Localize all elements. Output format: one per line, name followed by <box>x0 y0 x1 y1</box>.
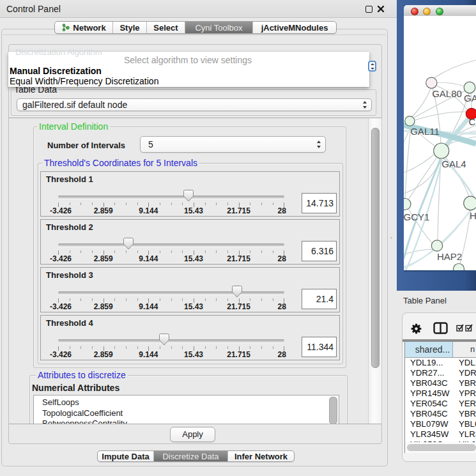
svg-text:GAL4: GAL4 <box>441 158 466 169</box>
svg-text:GAL11: GAL11 <box>410 126 440 137</box>
svg-text:H: H <box>470 210 476 221</box>
svg-text:GAL80: GAL80 <box>432 88 462 99</box>
svg-text:GA: GA <box>464 93 476 104</box>
svg-text:C: C <box>469 116 476 127</box>
svg-text:HAP2: HAP2 <box>437 251 462 262</box>
svg-text:GCY1: GCY1 <box>404 211 429 222</box>
